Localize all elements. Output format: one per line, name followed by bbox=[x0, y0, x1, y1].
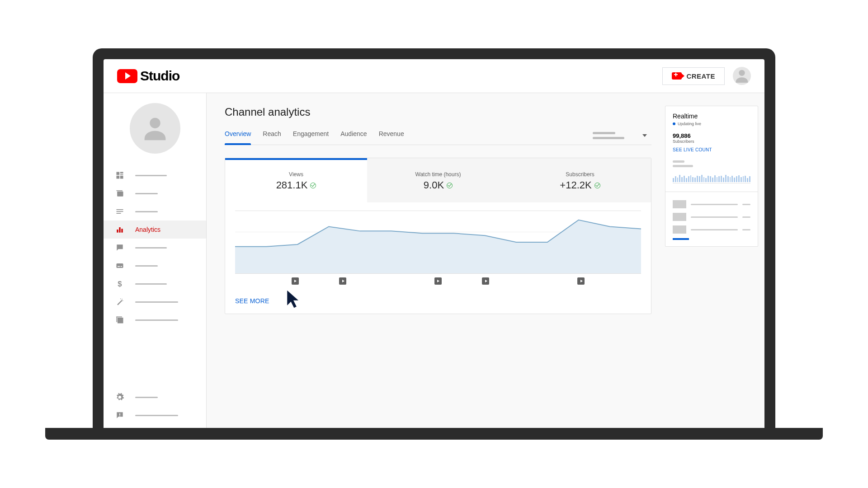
svg-rect-25 bbox=[119, 413, 120, 415]
panel-accent-bar bbox=[673, 238, 689, 240]
nav-label-stub bbox=[135, 283, 167, 285]
svg-rect-14 bbox=[121, 229, 123, 232]
svg-point-1 bbox=[150, 118, 160, 128]
svg-rect-23 bbox=[117, 317, 123, 318]
sidebar: Analytics $ bbox=[104, 93, 207, 428]
dashboard-icon bbox=[115, 171, 124, 180]
thumbnail-stub bbox=[673, 213, 686, 221]
sidebar-item-content[interactable] bbox=[104, 184, 206, 202]
metric-watch-time[interactable]: Watch time (hours) 9.0K bbox=[367, 158, 509, 202]
sidebar-item-settings[interactable] bbox=[104, 388, 206, 406]
person-icon bbox=[733, 67, 751, 85]
nav-label-stub bbox=[135, 193, 158, 194]
tab-revenue[interactable]: Revenue bbox=[379, 127, 404, 145]
video-marker-icon[interactable] bbox=[482, 277, 489, 285]
video-marker-icon[interactable] bbox=[434, 277, 442, 285]
subscriber-label: Subscribers bbox=[673, 139, 750, 144]
video-marker-icon[interactable] bbox=[292, 277, 299, 285]
video-marker-icon[interactable] bbox=[339, 277, 346, 285]
dollar-icon: $ bbox=[115, 279, 124, 288]
views-chart bbox=[235, 211, 641, 274]
svg-text:$: $ bbox=[118, 280, 122, 288]
metric-label: Views bbox=[289, 171, 303, 178]
check-circle-icon bbox=[447, 183, 453, 188]
realtime-video-row[interactable] bbox=[673, 213, 750, 221]
svg-point-0 bbox=[739, 70, 745, 76]
sidebar-item-feedback[interactable] bbox=[104, 406, 206, 424]
sidebar-item-label: Analytics bbox=[135, 226, 160, 233]
wand-icon bbox=[115, 297, 124, 306]
realtime-bars bbox=[673, 172, 750, 183]
realtime-video-row[interactable] bbox=[673, 225, 750, 234]
svg-rect-16 bbox=[118, 266, 120, 267]
sidebar-item-dashboard[interactable] bbox=[104, 166, 206, 184]
video-marker-icon[interactable] bbox=[577, 277, 585, 285]
realtime-video-row[interactable] bbox=[673, 200, 750, 208]
sidebar-item-customization[interactable] bbox=[104, 293, 206, 311]
subtitles-icon bbox=[115, 261, 124, 270]
svg-rect-26 bbox=[119, 416, 120, 417]
svg-rect-6 bbox=[120, 176, 123, 179]
gear-icon bbox=[115, 393, 124, 402]
audio-library-icon bbox=[115, 315, 124, 324]
svg-rect-17 bbox=[121, 266, 122, 267]
see-more-link[interactable]: SEE MORE bbox=[225, 290, 651, 314]
brand-name: Studio bbox=[140, 68, 179, 84]
svg-rect-7 bbox=[117, 192, 123, 197]
tab-overview[interactable]: Overview bbox=[225, 127, 251, 145]
sidebar-item-monetization[interactable]: $ bbox=[104, 275, 206, 293]
tab-engagement[interactable]: Engagement bbox=[293, 127, 329, 145]
svg-point-21 bbox=[120, 299, 121, 300]
check-circle-icon bbox=[594, 183, 600, 188]
playlist-icon bbox=[115, 207, 124, 216]
svg-rect-12 bbox=[117, 230, 118, 233]
views-heading-stub bbox=[673, 160, 750, 167]
picker-stub bbox=[593, 132, 624, 139]
svg-rect-9 bbox=[117, 209, 123, 210]
metric-label: Watch time (hours) bbox=[415, 171, 461, 178]
sidebar-item-analytics[interactable]: Analytics bbox=[104, 221, 206, 239]
thumbnail-stub bbox=[673, 225, 686, 234]
nav-label-stub bbox=[135, 319, 178, 321]
nav-label-stub bbox=[135, 265, 158, 267]
svg-point-20 bbox=[123, 300, 123, 301]
sidebar-item-subtitles[interactable] bbox=[104, 257, 206, 275]
sidebar-item-playlists[interactable] bbox=[104, 202, 206, 221]
thumbnail-stub bbox=[673, 200, 686, 208]
brand[interactable]: Studio bbox=[117, 68, 179, 84]
realtime-title: Realtime bbox=[673, 113, 750, 120]
see-live-count-link[interactable]: SEE LIVE COUNT bbox=[673, 147, 750, 152]
analytics-card: Views 281.1K Watch time (hours) 9.0K Sub… bbox=[225, 158, 651, 314]
channel-avatar[interactable] bbox=[130, 103, 180, 154]
nav-label-stub bbox=[135, 247, 167, 249]
svg-rect-3 bbox=[120, 172, 123, 174]
sidebar-item-audio[interactable] bbox=[104, 311, 206, 329]
nav-label-stub bbox=[135, 211, 158, 212]
tab-reach[interactable]: Reach bbox=[263, 127, 281, 145]
svg-rect-13 bbox=[119, 227, 120, 233]
metric-views[interactable]: Views 281.1K bbox=[225, 158, 367, 202]
top-bar: Studio CREATE bbox=[104, 59, 764, 93]
video-markers bbox=[235, 277, 641, 285]
date-range-picker[interactable] bbox=[593, 132, 647, 139]
live-dot-icon bbox=[673, 122, 675, 125]
metric-subscribers[interactable]: Subscribers +12.2K bbox=[509, 158, 651, 202]
nav-label-stub bbox=[135, 175, 167, 176]
metric-value: +12.2K bbox=[560, 179, 591, 191]
svg-point-19 bbox=[122, 299, 123, 300]
metric-value: 9.0K bbox=[424, 179, 444, 191]
tab-audience[interactable]: Audience bbox=[340, 127, 367, 145]
svg-rect-22 bbox=[118, 318, 123, 324]
nav-label-stub bbox=[135, 397, 158, 398]
nav-label-stub bbox=[135, 301, 178, 303]
realtime-panel: Realtime Updating live 99,886 Subscriber… bbox=[665, 106, 758, 247]
sidebar-item-comments[interactable] bbox=[104, 239, 206, 257]
svg-rect-10 bbox=[117, 211, 123, 212]
create-button[interactable]: CREATE bbox=[662, 67, 725, 85]
account-avatar[interactable] bbox=[733, 67, 751, 85]
svg-rect-4 bbox=[120, 174, 123, 175]
person-icon bbox=[139, 113, 171, 144]
svg-rect-8 bbox=[117, 190, 123, 191]
svg-rect-24 bbox=[117, 317, 118, 323]
metric-value: 281.1K bbox=[276, 179, 308, 191]
